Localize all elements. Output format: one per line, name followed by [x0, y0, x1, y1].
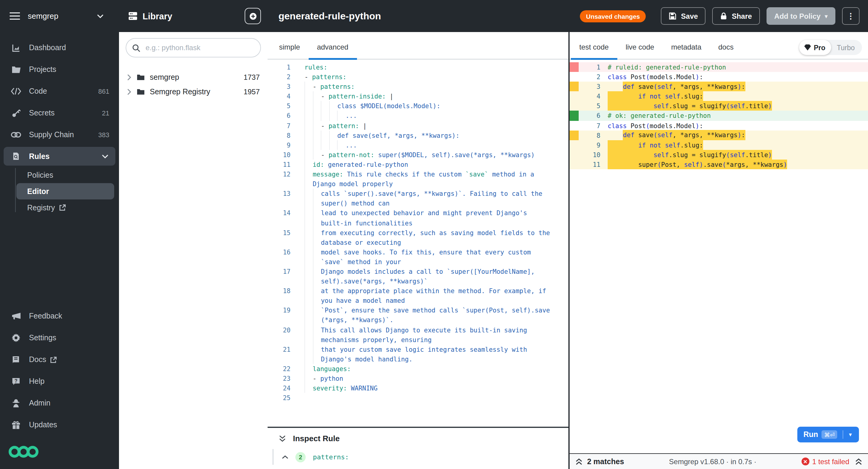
- share-button[interactable]: Share: [712, 7, 760, 25]
- double-chevron-up-icon[interactable]: [855, 458, 862, 465]
- chevron-right-icon[interactable]: [127, 89, 131, 95]
- code-line: Django model properly: [268, 179, 568, 188]
- run-dropdown-caret[interactable]: ▼: [843, 430, 853, 439]
- code-line: 23- python: [268, 374, 568, 383]
- line-number: [268, 199, 294, 208]
- sidebar-item-label: Editor: [27, 187, 49, 196]
- sidebar-item-settings[interactable]: Settings: [0, 327, 119, 349]
- hamburger-icon[interactable]: [10, 12, 20, 20]
- folder-name: semgrep: [150, 73, 179, 82]
- sidebar-item-secrets[interactable]: Secrets21: [0, 102, 119, 124]
- chevron-down-icon: ▾: [825, 13, 828, 19]
- sidebar-item-label: Dashboard: [29, 43, 66, 52]
- search-icon: [132, 44, 140, 52]
- count-badge: 383: [98, 131, 109, 138]
- code-line: 3- patterns:: [268, 82, 568, 91]
- org-switcher[interactable]: semgrep: [0, 0, 119, 32]
- test-code-line: 6# ok: generated-rule-python: [569, 111, 868, 121]
- sidebar-item-rules[interactable]: Rules: [4, 147, 115, 166]
- test-code-line: 11 super(Post, self).save(*args, **kwarg…: [569, 159, 868, 169]
- line-number: 5: [268, 101, 294, 111]
- dashboard-icon: [11, 43, 21, 52]
- more-options-button[interactable]: ⋮: [842, 7, 860, 25]
- line-number: 8: [579, 130, 600, 140]
- sidebar-item-docs[interactable]: Docs: [0, 349, 119, 371]
- test-failed-status: ✕ 1 test failed: [801, 457, 849, 466]
- tab-live-code[interactable]: live code: [617, 43, 663, 59]
- code-line: 4- pattern-inside: |: [268, 92, 568, 101]
- turbo-segment[interactable]: Turbo: [832, 44, 862, 51]
- sidebar-item-label: Rules: [29, 152, 50, 160]
- library-folder-semgrep-registry[interactable]: Semgrep Registry1957: [119, 85, 268, 99]
- double-chevron-down-icon[interactable]: [279, 435, 286, 442]
- test-code-line: 7class Post(models.Model):: [569, 121, 868, 130]
- sidebar-item-dashboard[interactable]: Dashboard: [0, 37, 119, 59]
- sidebar-item-help[interactable]: ?Help: [0, 371, 119, 392]
- library-folder-semgrep[interactable]: semgrep1737: [119, 70, 268, 85]
- folder-count: 1737: [244, 73, 260, 82]
- org-name: semgrep: [28, 11, 97, 21]
- library-search[interactable]: [126, 38, 261, 57]
- code-line: 12message: This rule checks if the custo…: [268, 169, 568, 179]
- sidebar-item-label: Docs: [29, 355, 46, 364]
- rule-editor[interactable]: 1rules:2- patterns:3- patterns:4- patter…: [268, 60, 568, 429]
- gear-icon: [11, 333, 21, 342]
- folder-name: Semgrep Registry: [150, 88, 210, 96]
- library-header: Library: [119, 0, 268, 32]
- line-number: 17: [268, 267, 294, 276]
- double-chevron-up-icon[interactable]: [576, 458, 582, 465]
- sidebar: semgrep DashboardProjectsCode861Secrets2…: [0, 0, 119, 469]
- line-number: 18: [268, 286, 294, 296]
- run-label: Run: [803, 430, 818, 439]
- sidebar-item-policies[interactable]: Policies: [15, 167, 119, 183]
- tab-metadata[interactable]: metadata: [663, 43, 710, 59]
- tab-advanced[interactable]: advanced: [308, 43, 357, 59]
- book-icon: [11, 355, 21, 364]
- test-code-line: 4 if not self.slug:: [569, 92, 868, 101]
- line-number: 21: [268, 344, 294, 354]
- code-line: super() method can: [268, 199, 568, 208]
- line-number: [268, 276, 294, 286]
- gutter-spacer: [569, 140, 579, 150]
- pro-segment[interactable]: Pro: [799, 40, 831, 55]
- test-code-editor[interactable]: 1# ruleid: generated-rule-python2class P…: [569, 60, 868, 425]
- inspect-key: patterns:: [313, 453, 349, 461]
- inspect-rule-panel: Inspect Rule 2 patterns:: [268, 427, 568, 469]
- folder-icon: [136, 74, 145, 81]
- new-rule-button[interactable]: [245, 8, 261, 24]
- sidebar-item-feedback[interactable]: Feedback: [0, 305, 119, 327]
- sidebar-item-registry[interactable]: Registry: [15, 200, 119, 216]
- sidebar-item-admin[interactable]: Admin: [0, 392, 119, 414]
- rules-icon: [11, 152, 21, 161]
- test-code-line: 8 def save(self, *args, **kwargs):: [569, 130, 868, 140]
- gutter-spacer: [569, 159, 579, 169]
- pro-turbo-toggle[interactable]: Pro Turbo: [799, 40, 862, 55]
- code-line: 9...: [268, 140, 568, 150]
- sidebar-item-editor[interactable]: Editor: [16, 183, 114, 200]
- chevron-down-icon: [102, 154, 108, 158]
- run-button[interactable]: Run ⌘⏎ ▼: [797, 427, 859, 442]
- chevron-right-icon[interactable]: [127, 74, 131, 80]
- sidebar-item-updates[interactable]: Updates: [0, 414, 119, 436]
- inspect-rule-title: Inspect Rule: [293, 434, 340, 443]
- sidebar-item-supply-chain[interactable]: Supply Chain383: [0, 124, 119, 146]
- run-shortcut: ⌘⏎: [822, 430, 837, 439]
- code-line: mechanisms properly, ensuring: [268, 334, 568, 344]
- sidebar-item-label: Projects: [29, 65, 56, 74]
- save-button[interactable]: Save: [661, 7, 706, 25]
- tab-test-code[interactable]: test code: [571, 43, 617, 59]
- add-to-policy-button[interactable]: Add to Policy ▾: [767, 7, 835, 25]
- line-number: 3: [579, 82, 600, 91]
- gutter-spacer: [569, 101, 579, 111]
- search-input[interactable]: [144, 43, 254, 53]
- save-label: Save: [681, 12, 698, 20]
- chevron-up-icon[interactable]: [282, 455, 288, 459]
- tab-simple[interactable]: simple: [271, 43, 308, 59]
- line-number: 6: [579, 111, 600, 121]
- tab-docs[interactable]: docs: [710, 43, 742, 59]
- line-number: [268, 354, 294, 364]
- folder-icon: [11, 65, 21, 74]
- inspect-patterns-row[interactable]: 2 patterns:: [272, 449, 568, 465]
- sidebar-item-code[interactable]: Code861: [0, 80, 119, 102]
- sidebar-item-projects[interactable]: Projects: [0, 59, 119, 80]
